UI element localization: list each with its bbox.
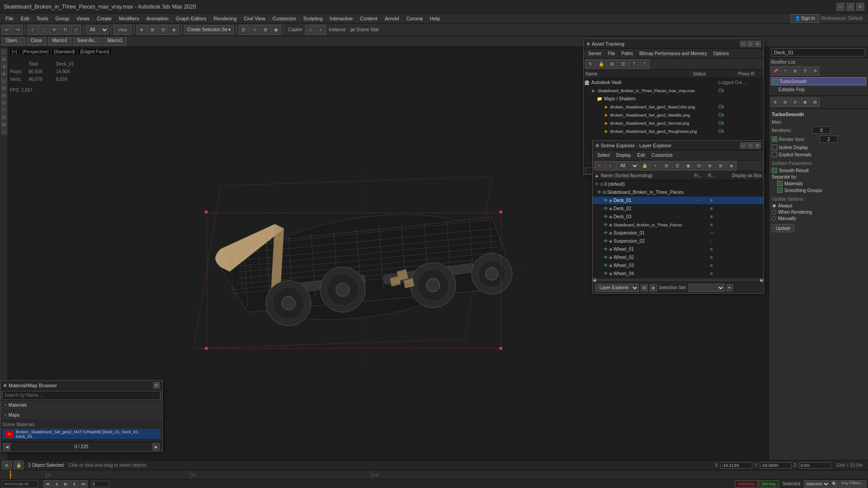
left-icon-3[interactable]: ◈	[1, 63, 7, 70]
update-btn[interactable]: Update	[772, 224, 794, 232]
le-maximize-btn[interactable]: □	[747, 142, 754, 149]
at-row-roughness[interactable]: ■ Broken_Skateboard_Set_geo2_Roughness.p…	[584, 127, 764, 136]
le-explorer-dropdown[interactable]: Layer Explorer	[595, 284, 639, 292]
menu-civil-view[interactable]: Civil View	[240, 15, 269, 22]
at-menu-options[interactable]: Options	[711, 50, 731, 57]
le-deck01-eye[interactable]: 👁	[604, 198, 608, 203]
menu-rendering[interactable]: Rendering	[210, 15, 241, 22]
frame-input[interactable]	[91, 481, 109, 487]
filter-dropdown[interactable]: All	[86, 25, 108, 34]
mb-close-btn[interactable]: ✕	[153, 382, 160, 389]
select-btn[interactable]: ⊹	[28, 25, 38, 35]
le-row-wheel03[interactable]: 👁 ◈ Wheel_03 ≡	[593, 262, 764, 270]
panel-icon-4[interactable]: ◉	[801, 98, 810, 107]
set-key-btn[interactable]: Set Key	[759, 480, 779, 488]
at-row-normal[interactable]: ■ Broken_Skateboard_Set_geo2_Normal.png …	[584, 119, 764, 127]
menu-content[interactable]: Content	[356, 15, 381, 22]
mod-icon-properties[interactable]: ⚙	[811, 66, 820, 75]
le-sus02-eye[interactable]: 👁	[604, 239, 608, 244]
at-refresh-btn[interactable]: ↻	[585, 59, 595, 69]
mb-next-btn[interactable]: ▶	[152, 443, 160, 450]
le-grid-btn[interactable]: ⊞	[661, 161, 671, 171]
menu-graph-editors[interactable]: Graph Editors	[172, 15, 210, 22]
iterations-input[interactable]	[812, 127, 830, 134]
at-list-btn[interactable]: ☰	[618, 59, 628, 69]
le-skateboard-eye[interactable]: 👁	[597, 190, 602, 195]
left-icon-9[interactable]: ⊹	[1, 107, 7, 113]
left-icon-10[interactable]: ⊛	[1, 114, 7, 120]
le-row-deck03[interactable]: 👁 ◈ Deck_03 ≡	[593, 213, 764, 221]
modifier-item-editable-poly[interactable]: Editable Poly	[771, 85, 866, 94]
le-footer-icon1[interactable]: ⊞	[641, 284, 648, 291]
le-tb4[interactable]: ⊞	[716, 161, 726, 171]
left-icon-7[interactable]: ⊟	[1, 92, 7, 99]
le-minimize-btn[interactable]: ─	[740, 142, 746, 149]
snap-btn[interactable]: ⊕	[137, 25, 146, 35]
mb-search-input[interactable]	[2, 391, 160, 400]
schematic-btn[interactable]: ⊞	[260, 25, 270, 35]
panel-icon-5[interactable]: ⊠	[811, 98, 820, 107]
le-tb1[interactable]: ◉	[683, 161, 693, 171]
move-btn[interactable]: ✛	[49, 25, 59, 35]
le-deck03-eye[interactable]: 👁	[604, 214, 608, 219]
at-close-btn[interactable]: ✕	[755, 41, 761, 47]
isoline-checkbox[interactable]	[772, 145, 777, 150]
timeline-track[interactable]: 0 10 50 100	[10, 470, 868, 479]
menu-interactive[interactable]: Interactive	[326, 15, 357, 22]
le-sus01-eye[interactable]: 👁	[604, 230, 608, 235]
le-filter-dropdown[interactable]: All	[616, 161, 639, 170]
le-lock-btn[interactable]: 🔒	[640, 161, 650, 171]
le-menu-select[interactable]: Select	[594, 152, 613, 159]
left-icon-6[interactable]: ⊠	[1, 85, 7, 91]
le-tb3[interactable]: ⊕	[705, 161, 715, 171]
turbosmooth-checkbox[interactable]: ✓	[773, 79, 778, 84]
macro1-btn[interactable]: Macro1	[48, 38, 71, 46]
le-row-skate-obj[interactable]: 👁 ◈ Skateboard_Broken_in_Three_Pieces ≡	[593, 221, 764, 229]
modifier-item-turbosmooth[interactable]: ✓ TurboSmooth	[771, 77, 866, 85]
menu-edit[interactable]: Edit	[17, 15, 33, 22]
left-icon-1[interactable]: +	[1, 49, 7, 55]
menu-arnold[interactable]: Arnold	[381, 15, 403, 22]
le-tb2[interactable]: ⊟	[694, 161, 704, 171]
le-tb5[interactable]: ◈	[726, 161, 736, 171]
mb-prev-btn[interactable]: ◀	[3, 443, 10, 450]
menu-corona[interactable]: Corona	[403, 15, 426, 22]
scale-btn[interactable]: ⤢	[71, 25, 81, 35]
undo-btn[interactable]: ↩	[2, 25, 12, 35]
le-close-icon-btn[interactable]: ✕	[594, 161, 604, 171]
explicit-normals-checkbox[interactable]	[772, 152, 777, 157]
menu-help[interactable]: Help	[426, 15, 444, 22]
macro1b-btn[interactable]: Macro1	[104, 38, 127, 46]
le-close-btn[interactable]: ✕	[755, 142, 761, 149]
maximize-btn[interactable]: □	[846, 3, 854, 11]
le-menu-customize[interactable]: Customize	[649, 152, 675, 159]
menu-customize[interactable]: Customize	[269, 15, 300, 22]
panel-icon-1[interactable]: ⊕	[771, 98, 780, 107]
minimize-btn[interactable]: ─	[836, 3, 844, 11]
le-row-skateboard-layer[interactable]: 👁 ⊞ Skateboard_Broken_in_Three_Pieces	[593, 188, 764, 197]
at-lock-btn[interactable]: 🔒	[596, 59, 606, 69]
left-icon-11[interactable]: ⊠	[1, 121, 7, 127]
le-wheel04-eye[interactable]: 👁	[604, 271, 608, 276]
le-list-btn[interactable]: ☰	[672, 161, 682, 171]
play-btn[interactable]: ▶	[61, 480, 70, 488]
named-sel-btn[interactable]: ☰	[239, 25, 249, 35]
le-wheel01-eye[interactable]: 👁	[604, 247, 608, 252]
mb-section-materials[interactable]: + Materials	[0, 400, 162, 410]
menu-file[interactable]: File	[2, 15, 17, 22]
le-scroll-left-btn[interactable]: ◀	[593, 278, 596, 282]
le-row-default-layer[interactable]: 👁 ⊞ 0 (default)	[593, 180, 764, 188]
mod-icon-grid[interactable]: ⊞	[791, 66, 800, 75]
le-wheel02-eye[interactable]: 👁	[604, 255, 608, 260]
le-row-wheel02[interactable]: 👁 ◈ Wheel_02 ≡	[593, 253, 764, 262]
panel-icon-2[interactable]: ⊞	[781, 98, 790, 107]
goto-start-btn[interactable]: ⏮	[43, 480, 52, 488]
menu-create[interactable]: Create	[93, 15, 115, 22]
at-grid-btn[interactable]: ⊞	[607, 59, 617, 69]
search-in-scene-btn[interactable]: 🔍	[831, 480, 838, 488]
menu-modifiers[interactable]: Modifiers	[115, 15, 143, 22]
when-rendering-radio[interactable]	[772, 210, 776, 215]
status-icon-2[interactable]: 🔒	[14, 460, 24, 470]
selection-dropdown[interactable]: Selected	[804, 480, 830, 488]
left-icon-8[interactable]: ◎	[1, 99, 7, 106]
